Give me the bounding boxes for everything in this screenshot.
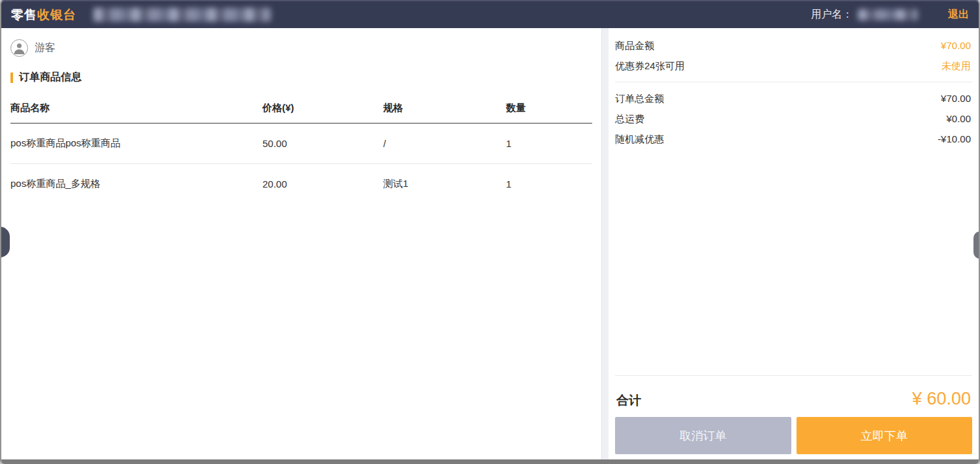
window-bottom-edge [1,459,979,464]
panel-divider [601,28,609,464]
section-title-text: 订单商品信息 [19,71,82,84]
section-title-accent-bar [10,73,13,83]
summary-top-group: 商品金额 ¥70.00 优惠券24张可用 未使用 [615,35,972,76]
app-title-prefix: 零售 [11,8,37,22]
summary-label: 随机减优惠 [615,133,664,144]
column-header: 规格 [383,102,506,114]
summary-value: ¥70.00 [941,93,971,104]
summary-panel: 商品金额 ¥70.00 优惠券24张可用 未使用 订单总金额 ¥70.00 总运… [609,28,979,464]
total-value: ¥ 60.00 [912,389,971,409]
app-title-suffix: 收银台 [37,8,76,22]
customer-name: 游客 [35,41,55,55]
section-title: 订单商品信息 [10,71,592,84]
summary-label: 优惠券24张可用 [615,60,685,71]
summary-mid-group: 订单总金额 ¥70.00 总运费 ¥0.00 随机减优惠 -¥10.00 [615,88,972,149]
cell-qty: 1 [506,178,592,190]
order-table: 商品名称价格(¥)规格数量 pos称重商品pos称重商品50.00/1pos称重… [10,97,592,204]
redacted-username [858,9,918,20]
summary-row: 商品金额 ¥70.00 [615,35,972,56]
order-table-header: 商品名称价格(¥)规格数量 [10,97,592,124]
cancel-order-button[interactable]: 取消订单 [615,417,791,454]
username-label: 用户名： [811,8,853,22]
summary-value: ¥70.00 [941,40,971,51]
column-header: 商品名称 [10,102,262,114]
app-title: 零售收银台 [11,7,76,24]
column-header: 价格(¥) [262,102,383,114]
summary-label: 订单总金额 [615,93,664,104]
redacted-store-name [93,8,271,22]
cell-price: 20.00 [262,178,383,190]
summary-row: 订单总金额 ¥70.00 [615,88,972,108]
summary-value: ¥0.00 [946,113,971,124]
column-header: 数量 [506,102,592,114]
summary-spacer [615,149,972,375]
cell-qty: 1 [506,138,592,149]
summary-row: 随机减优惠 -¥10.00 [615,129,972,149]
summary-value: -¥10.00 [938,133,971,144]
summary-row: 总运费 ¥0.00 [615,108,972,129]
cell-name: pos称重商品_多规格 [10,178,262,190]
order-table-row: pos称重商品pos称重商品50.00/1 [10,124,592,164]
main-area: 游客 订单商品信息 商品名称价格(¥)规格数量 pos称重商品pos称重商品50… [1,28,979,464]
cell-name: pos称重商品pos称重商品 [10,137,262,150]
guest-avatar-icon [10,39,28,57]
summary-divider [615,82,972,82]
pos-window: 零售收银台 用户名： 退出 游客 订单商品信息 [0,0,980,464]
action-buttons: 取消订单 立即下单 [615,417,972,454]
customer-row[interactable]: 游客 [10,39,592,57]
logout-button[interactable]: 退出 [948,8,969,22]
cell-spec: / [383,138,506,149]
summary-value[interactable]: 未使用 [941,60,971,71]
submit-order-button[interactable]: 立即下单 [797,417,973,454]
collapse-right-handle[interactable] [973,231,980,259]
order-table-row: pos称重商品_多规格20.00测试11 [10,164,592,204]
total-label: 合计 [616,392,641,409]
total-row: 合计 ¥ 60.00 [615,376,972,417]
summary-row[interactable]: 优惠券24张可用 未使用 [615,56,972,76]
order-table-body: pos称重商品pos称重商品50.00/1pos称重商品_多规格20.00测试1… [10,124,592,204]
cell-spec: 测试1 [383,178,506,190]
cell-price: 50.00 [262,138,383,149]
order-panel: 游客 订单商品信息 商品名称价格(¥)规格数量 pos称重商品pos称重商品50… [1,28,601,464]
summary-label: 商品金额 [615,40,654,51]
summary-label: 总运费 [615,113,644,124]
top-bar: 零售收银台 用户名： 退出 [1,1,979,28]
